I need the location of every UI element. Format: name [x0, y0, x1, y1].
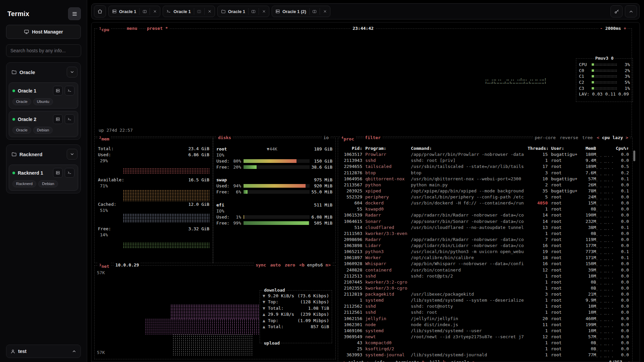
disks-box-title[interactable]: disks — [217, 135, 232, 140]
per-core-toggle[interactable]: per-core — [535, 135, 556, 140]
tab-split-button[interactable] — [249, 6, 259, 17]
tab-split-button[interactable] — [140, 6, 150, 17]
cpu-box-title[interactable]: 1cpu — [98, 26, 111, 33]
disks-io-title[interactable]: io — [322, 135, 330, 140]
process-row[interactable]: 203925 xpiped /opt/xpipe/app/bin/xpiped … — [338, 188, 632, 194]
process-row[interactable]: 363993 systemd-journal /lib/systemd/syst… — [338, 352, 632, 358]
host-manager-button[interactable]: Host Manager — [6, 25, 81, 39]
scroll-down-indicator[interactable]: ↓ — [627, 360, 631, 362]
host-server-button[interactable] — [53, 168, 63, 178]
tab-close-button[interactable] — [259, 6, 269, 17]
tab-close-button[interactable] — [205, 6, 215, 17]
tab-oracle-1-2-server[interactable]: Oracle 1 (2) — [272, 6, 330, 17]
menu-button[interactable]: menu — [125, 26, 139, 31]
process-row[interactable]: 1469106 systemd /lib/systemd/systemd --u… — [338, 328, 632, 334]
memory-box-title[interactable]: 2mem — [98, 135, 111, 142]
group-collapse-button[interactable] — [67, 149, 77, 160]
host-card-racknerd-1[interactable]: Racknerd 1 Racknerd Debian — [9, 165, 78, 191]
process-row[interactable]: 55 kswapd0 1 root 0B ⡀⡀⣀⡀⡀ 0.0 — [338, 206, 632, 212]
process-row[interactable]: 1063898 Lidarr /app/lidarr/bin/Lidarr -n… — [338, 243, 632, 249]
process-table-header[interactable]: Pid: Program: Command: Threads: User: Me… — [338, 145, 632, 152]
host-server-button[interactable] — [53, 86, 63, 96]
tab-oracle-1-terminal[interactable]: Oracle 1 — [163, 6, 215, 17]
tab-oracle-1-server[interactable]: Oracle 1 — [108, 6, 160, 17]
process-row[interactable]: 1 systemd /lib/systemd/systemd --system … — [338, 297, 632, 303]
tab-split-button[interactable] — [310, 6, 320, 17]
tab-close-button[interactable] — [150, 6, 160, 17]
signals-action[interactable]: signals s — [451, 360, 474, 362]
process-row[interactable]: 43 kcompactd0 1 root 0B ⡀⡀⣀⡀⡀ 0.0 — [338, 340, 632, 346]
process-row[interactable]: 1064615 Sonarr /app/sonarr/bin/Sonarr -n… — [338, 219, 632, 225]
tree-toggle[interactable]: tree — [582, 135, 593, 140]
preset-button[interactable]: preset * — [146, 26, 169, 31]
process-row[interactable]: 2294655 tailscaled /usr/sbin/tailscaled … — [338, 164, 632, 170]
process-row[interactable]: 2107445 kworker/3:2-cgro 1 root 0B ⡀⡀⣀⡀⡀… — [338, 279, 632, 285]
process-row[interactable]: 1063517 Prowlarr /app/prowlarr/bin/Prowl… — [338, 152, 632, 158]
process-row[interactable]: 2112876 btop btop 3 root 7.6M ⡀⡀⣀⡀⡀ 0.2 — [338, 170, 632, 176]
process-row[interactable]: 2102355 kworker/3:0-cgro 1 root 0B ⡀⡀⣀⡀⡀… — [338, 285, 632, 291]
terminal-panel[interactable]: 1cpu menu preset * 23:44:42 - 2000ms + ⢀… — [91, 22, 640, 362]
net-interface-switcher[interactable]: <b enp0s6 n> — [299, 262, 331, 268]
process-row[interactable]: 2112562 sshd sshd: root@notty 1 root 10M… — [338, 303, 632, 309]
sidebar-toggle-button[interactable] — [68, 7, 81, 20]
process-row[interactable]: 514 cloudflared /usr/bin/cloudflared --n… — [338, 225, 632, 231]
process-row[interactable]: 240828 containerd /usr/bin/containerd 12… — [338, 267, 632, 273]
home-button[interactable] — [94, 5, 106, 17]
network-box-title[interactable]: 3net — [98, 262, 111, 269]
group-header[interactable]: Racknerd — [9, 147, 78, 162]
process-row[interactable]: 1062156 jellyfin /jellyfin/jellyfin 20 r… — [338, 316, 632, 322]
process-row[interactable]: 2113567 python python main.py 2 root 26M… — [338, 182, 632, 188]
host-server-button[interactable] — [53, 114, 63, 124]
host-terminal-button[interactable] — [65, 86, 74, 96]
select-action[interactable]: ↑ select ↓ — [343, 360, 369, 362]
process-row[interactable]: 2112561 sshd sshd: root 1 root 10M ⡀⡀⣀⡀⡀… — [338, 309, 632, 315]
process-row[interactable]: 2111503 kworker/3:3-even 1 root 0B ⡀⡀⣀⡀⡀… — [338, 231, 632, 237]
process-mem: 10M — [581, 309, 596, 315]
tab-split-button[interactable] — [194, 6, 204, 17]
process-box-title[interactable]: 4proc — [340, 135, 356, 142]
host-tag: Oracle — [12, 127, 31, 134]
process-row[interactable]: 25 ksoftirqd/2 1 root 0B ⡀⡀⣀⡀⡀ 0.0 — [338, 346, 632, 352]
tab-oracle-1-files[interactable]: Oracle 1 — [217, 6, 269, 17]
info-action[interactable]: info ↵ — [374, 360, 390, 362]
host-terminal-button[interactable] — [65, 114, 74, 124]
process-row[interactable]: 2112819 packagekitd /usr/libexec/package… — [338, 291, 632, 297]
process-row[interactable]: 1062301 node node dist/index.js 11 root … — [338, 322, 632, 328]
process-threads: 11 — [528, 322, 548, 328]
group-collapse-button[interactable] — [67, 67, 77, 77]
tab-close-button[interactable] — [320, 6, 330, 17]
process-row[interactable]: 2112513 sshd sshd: root@pts/2 1 root 10M… — [338, 273, 632, 279]
host-terminal-button[interactable] — [65, 168, 74, 178]
process-row[interactable]: 1061897 Worker /opt/calibre/bin/calibre … — [338, 255, 632, 261]
refresh-rate[interactable]: - 2000ms + — [599, 26, 628, 31]
process-row[interactable]: 1060928 Whisparr /app/bin/Whisparr --nob… — [338, 261, 632, 267]
process-mem-graph: ⡀⡀⣀⡀⡀ — [596, 279, 613, 285]
process-row[interactable]: 1065213 python3 /usr/local/bin/python3 -… — [338, 249, 632, 255]
terminate-action[interactable]: terminate t — [395, 360, 424, 362]
process-row[interactable]: 2113943 sshd sshd: root [priv] 1 root 9.… — [338, 158, 632, 164]
chevron-up-icon[interactable] — [72, 349, 76, 354]
filter-button[interactable]: filter — [364, 135, 382, 140]
process-mem: 78M — [581, 188, 596, 194]
process-row[interactable]: 2098696 Radarr /app/radarr/bin/Radarr -n… — [338, 237, 632, 243]
net-auto-button[interactable]: auto — [270, 262, 280, 268]
process-row[interactable]: 3969549 newt /root/newt --id z3rtyep2175… — [338, 334, 632, 340]
process-row[interactable]: 1061539 Radarr /app/radarr/bin/Radarr -n… — [338, 212, 632, 218]
search-input[interactable] — [6, 44, 81, 57]
net-sync-button[interactable]: sync — [256, 262, 266, 268]
host-card-oracle-2[interactable]: Oracle 2 Oracle Debian — [9, 111, 78, 137]
process-row[interactable]: 552329 periphery /usr/local/bin/peripher… — [338, 194, 632, 200]
reverse-toggle[interactable]: reverse — [560, 135, 578, 140]
group-header[interactable]: Oracle — [9, 65, 78, 80]
server-icon — [56, 88, 60, 93]
process-row[interactable]: 604 dockerd /usr/bin/dockerd -H fd:// --… — [338, 200, 632, 206]
host-card-oracle-1[interactable]: Oracle 1 Oracle Ubuntu — [9, 82, 78, 109]
ssh-keys-button[interactable] — [610, 5, 623, 17]
net-zero-button[interactable]: zero — [285, 262, 295, 268]
collapse-tabbar-button[interactable] — [625, 5, 637, 17]
footer-profile[interactable]: test — [6, 345, 81, 358]
process-row[interactable]: 1064956 qbittorrent-nox /usr/bin/qbittor… — [338, 176, 632, 182]
sort-selector[interactable]: < cpu lazy > — [597, 135, 628, 140]
terminal-scrollbar[interactable] — [633, 150, 635, 161]
kill-action[interactable]: kill k — [430, 360, 445, 362]
